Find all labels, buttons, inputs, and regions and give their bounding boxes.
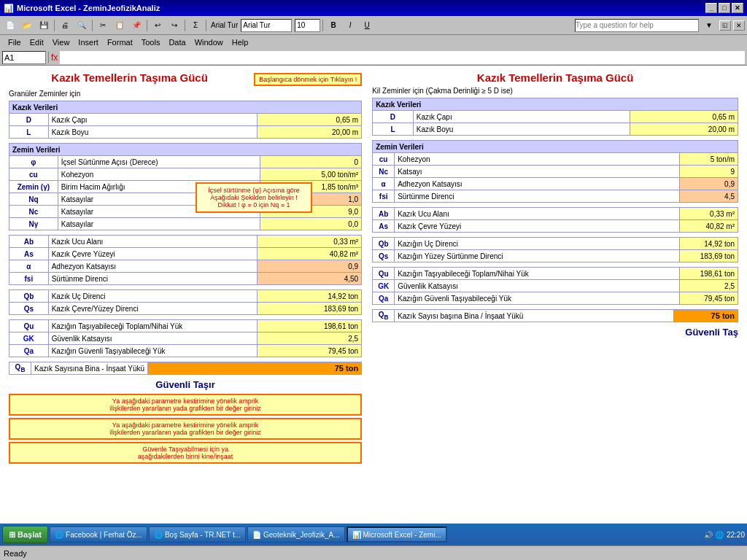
redo-button[interactable]: ↪ <box>166 18 182 33</box>
left-qb-desc: Kazık Uç Direnci <box>48 290 257 303</box>
left-qs-val: 183,69 ton <box>257 303 361 315</box>
param1-text: Ya aşağıdaki parametre kestirimine yönel… <box>14 397 357 412</box>
menu-tools[interactable]: Tools <box>137 37 165 47</box>
restore-button[interactable]: ◱ <box>719 20 731 31</box>
left-gamma-label: Zemin (γ) <box>9 181 58 193</box>
print-button[interactable]: 🖨 <box>57 18 73 33</box>
left-ab-val[interactable]: 0,33 m² <box>257 236 361 248</box>
menu-file[interactable]: File <box>4 37 26 47</box>
help-arrow[interactable]: ▼ <box>701 18 717 33</box>
cut-button[interactable]: ✂ <box>95 18 111 33</box>
save-button[interactable]: 💾 <box>36 18 52 33</box>
left-nq-label: Nq <box>9 193 58 206</box>
title-bar-left: 📊 Microsoft Excel - ZeminJeofizikAnaliz <box>4 4 160 13</box>
left-ab-label: Ab <box>9 236 49 248</box>
right-qu-val: 198,61 ton <box>680 268 738 280</box>
taskbar-item-0[interactable]: 🌐 Facebook | Ferhat Öz... <box>50 526 147 542</box>
taskbar-time: 22:20 <box>727 531 745 539</box>
font-name: Arial Tur <box>209 21 240 29</box>
left-qs-label: Qs <box>9 303 49 315</box>
right-as-desc: Kazık Çevre Yüzeyi <box>395 220 680 233</box>
start-label: Başlat <box>18 530 42 539</box>
right-nc-label: Nc <box>373 166 395 178</box>
left-callout-param1: Ya aşağıdaki parametre kestirimine yönel… <box>9 394 362 416</box>
taskbar-item-3[interactable]: 📊 Microsoft Excel - Zemi... <box>347 526 447 542</box>
underline-button[interactable]: U <box>359 18 375 33</box>
formula-input[interactable] <box>60 51 745 64</box>
preview-button[interactable]: 🔍 <box>74 18 90 33</box>
taskbar-item-1[interactable]: 🌐 Boş Sayfa - TR.NET t... <box>149 526 246 542</box>
left-qa-label: Qa <box>9 345 49 357</box>
left-cu-val[interactable]: 5,00 ton/m² <box>260 168 362 181</box>
undo-button[interactable]: ↩ <box>150 18 166 33</box>
start-icon: ⊞ <box>9 530 15 540</box>
open-button[interactable]: 📂 <box>19 18 35 33</box>
taskbar-item-3-label: Microsoft Excel - Zemi... <box>363 531 441 539</box>
sum-button[interactable]: Σ <box>187 18 204 33</box>
right-l-label: L <box>373 123 414 136</box>
taskbar-item-2[interactable]: 📄 Geoteknik_Jeofizik_A... <box>247 526 345 542</box>
right-cu-val[interactable]: 5 ton/m <box>680 153 738 166</box>
right-ab-val: 0,33 m² <box>680 208 738 220</box>
font-selector[interactable]: Arial Tur <box>241 19 292 32</box>
guvenle-text: Güvenle Taşıyabilmesi için yaaşağıdakile… <box>14 446 357 460</box>
menu-view[interactable]: View <box>48 37 74 47</box>
fx-icon[interactable]: fx <box>51 52 58 63</box>
menu-format[interactable]: Format <box>103 37 137 47</box>
left-QB-label: QB <box>9 362 31 375</box>
paste-button[interactable]: 📌 <box>128 18 144 33</box>
left-ab-desc: Kazık Ucu Alanı <box>48 236 257 248</box>
left-section-title: Kazık Temellerin Taşıma Gücü <box>9 71 250 84</box>
left-QB-val[interactable]: 75 ton <box>148 362 362 375</box>
menu-edit[interactable]: Edit <box>26 37 48 47</box>
menu-insert[interactable]: Insert <box>74 37 103 47</box>
left-kazik-header: Kazık Verileri <box>9 101 362 114</box>
left-fsi-val[interactable]: 4,50 <box>257 273 361 285</box>
right-nc-val[interactable]: 9 <box>680 166 738 178</box>
toolbar: 📄 📂 💾 🖨 🔍 ✂ 📋 📌 ↩ ↪ Σ Arial Tur Arial Tu… <box>0 16 747 35</box>
right-alpha-val[interactable]: 0,9 <box>680 178 738 190</box>
start-callout-left[interactable]: Başlangıca dönmek için Tıklayın ! <box>254 73 362 86</box>
right-l-val[interactable]: 20,00 m <box>630 123 738 136</box>
minimize-button[interactable]: _ <box>705 3 717 13</box>
cell-reference[interactable] <box>2 51 46 64</box>
italic-button[interactable]: I <box>342 18 358 33</box>
panels-container: Kazık Temellerin Taşıma Gücü Başlangıca … <box>6 69 741 467</box>
left-as-val[interactable]: 40,82 m² <box>257 248 361 260</box>
right-fsi-val[interactable]: 4,5 <box>680 190 738 203</box>
right-QB-val[interactable]: 75 ton <box>674 310 738 322</box>
right-gk-val[interactable]: 2,5 <box>680 280 738 292</box>
help-input[interactable] <box>575 19 699 32</box>
doc-close-button[interactable]: ✕ <box>733 20 745 31</box>
app-icon: 📊 <box>4 4 14 13</box>
left-gk-val[interactable]: 2,5 <box>257 332 361 345</box>
left-fsi-label: fsi <box>9 273 49 285</box>
taskbar-item-3-icon: 📊 <box>352 531 361 539</box>
menu-data[interactable]: Data <box>164 37 190 47</box>
left-phi-val[interactable]: 0 <box>260 156 362 168</box>
close-button[interactable]: ✕ <box>732 3 743 13</box>
new-button[interactable]: 📄 <box>2 18 18 33</box>
bold-button[interactable]: B <box>325 18 341 33</box>
right-QB-label: QB <box>373 310 395 322</box>
left-alpha-val[interactable]: 0,9 <box>257 260 361 273</box>
right-kazik-table: Kazık Verileri D Kazık Çapı 0,65 m L Kaz… <box>372 98 738 136</box>
formula-bar: fx <box>0 50 747 66</box>
left-ngamma-val[interactable]: 0,0 <box>260 218 362 230</box>
left-kazik-d-val[interactable]: 0,65 m <box>257 114 361 126</box>
right-qb-desc: Kazığın Uç Direnci <box>395 238 680 250</box>
right-d-val[interactable]: 0,65 m <box>630 111 738 123</box>
right-gk-desc: Güvenlik Katsayısı <box>395 280 680 292</box>
sheet-area: Kazık Temellerin Taşıma Gücü Başlangıca … <box>0 66 747 545</box>
left-kazik-l-val[interactable]: 20,00 m <box>257 126 361 139</box>
start-button[interactable]: ⊞ Başlat <box>2 526 48 543</box>
menu-window[interactable]: Window <box>190 37 228 47</box>
font-size[interactable]: 10 <box>295 19 320 32</box>
menu-help[interactable]: Help <box>228 37 253 47</box>
friction-callout: İçsel sürtünme (φ) Açısına göreAşağıdaki… <box>196 182 312 213</box>
left-alpha-desc: Adhezyon Katsayısı <box>48 260 257 273</box>
copy-button[interactable]: 📋 <box>112 18 128 33</box>
maximize-button[interactable]: □ <box>719 3 730 13</box>
left-subtitle: Granüler Zeminler için <box>9 90 362 98</box>
taskbar-item-0-label: Facebook | Ferhat Öz... <box>66 531 142 539</box>
